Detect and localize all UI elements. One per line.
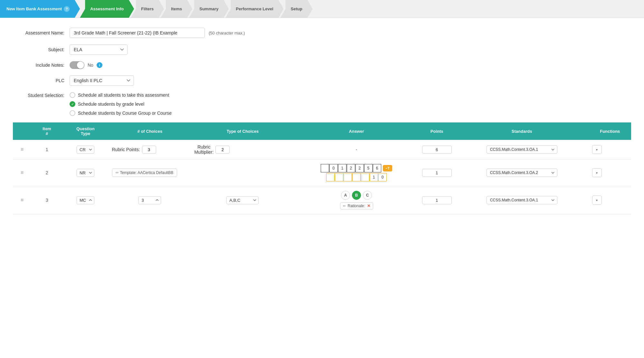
assessment-name-row: Assessment Name: (50 character max.) — [13, 28, 631, 38]
pencil-icon-2: ✏ — [116, 170, 119, 175]
template-btn-2[interactable]: ✏ Template: AACertica DefaultBB — [112, 169, 177, 177]
student-selection-label: Student Selection: — [13, 92, 64, 98]
rationale-label-3: Rationale: — [348, 204, 365, 208]
plc-label: PLC — [13, 78, 64, 83]
num-choices-cell-3: 3 4 5 — [109, 186, 191, 214]
drag-handle-cell-2: ≡ — [13, 160, 32, 186]
type-choices-select-3[interactable]: A,B,C A,B,C,D — [226, 196, 259, 204]
mc-circle-B[interactable]: B — [352, 191, 361, 200]
nav-item-setup[interactable]: Setup — [280, 0, 313, 18]
nav-label-filters: Filters — [141, 6, 154, 11]
nav-item-summary[interactable]: Summary — [189, 0, 229, 18]
student-selection-options: Schedule all students to take this asses… — [70, 92, 172, 116]
expand-btn-1[interactable]: ▾ — [592, 145, 602, 154]
subject-select[interactable]: ELA Math Science — [70, 44, 128, 55]
answer-dash-1: - — [356, 147, 357, 152]
item-number-1: 1 — [46, 147, 48, 152]
standards-select-1[interactable]: CCSS.Math.Content.3.OA.1 — [487, 145, 557, 154]
nr-bot-5: 1 — [370, 173, 378, 181]
points-box-3: 1 — [422, 196, 452, 204]
col-functions: Functions — [589, 122, 631, 140]
nr-top-1: 0 — [329, 164, 338, 172]
nr-t-btn[interactable]: −T — [383, 165, 392, 171]
toggle-state-label: No — [88, 63, 93, 68]
subject-label: Subject: — [13, 47, 64, 52]
pencil-icon-3: ✏ — [343, 204, 346, 208]
nr-answer-grid-2: 0 1 2 2 5 6 −T — [297, 164, 415, 181]
drag-handle-icon-2[interactable]: ≡ — [21, 170, 24, 175]
radio-option-grade[interactable]: ✓ Schedule students by grade level — [70, 101, 172, 107]
assessment-name-label: Assessment Name: — [13, 30, 64, 35]
info-icon[interactable]: i — [97, 62, 102, 68]
nav-label-summary: Summary — [199, 6, 218, 11]
mc-circle-C[interactable]: C — [363, 191, 372, 200]
nav-label-items: Items — [171, 6, 182, 11]
question-type-select-1[interactable]: CR NR MC — [77, 146, 94, 154]
include-notes-toggle[interactable] — [70, 61, 84, 69]
radio-circle-grade: ✓ — [70, 101, 75, 107]
rubric-multiplier-input-1[interactable] — [215, 146, 230, 154]
nr-top-3: 2 — [347, 164, 355, 172]
col-points: Points — [419, 122, 455, 140]
nav-item-assessment-info[interactable]: Assessment Info — [80, 0, 134, 18]
subject-row: Subject: ELA Math Science — [13, 44, 631, 55]
assessment-name-input[interactable] — [70, 28, 205, 38]
type-choices-cell-2 — [191, 160, 294, 186]
nav-item-items[interactable]: Items — [161, 0, 192, 18]
navigation-bar: New Item Bank Assessment ? Assessment In… — [0, 0, 644, 18]
rationale-x-3[interactable]: ✕ — [367, 204, 370, 208]
items-table: Item# QuestionType # of Choices Type of … — [13, 122, 631, 214]
standards-select-3[interactable]: CCSS.Math.Content.3.OA.1 — [487, 196, 557, 204]
standards-select-2[interactable]: CCSS.Math.Content.3.OA.2 — [487, 169, 557, 177]
rubric-points-input-1[interactable] — [142, 146, 156, 154]
num-choices-cell-1: Rubric Points: — [109, 140, 191, 160]
drag-handle-cell: ≡ — [13, 140, 32, 160]
radio-label-all: Schedule all students to take this asses… — [78, 92, 169, 98]
table-body: ≡ 1 CR NR MC Rubric Points: — [13, 140, 631, 214]
nav-item-filters[interactable]: Filters — [131, 0, 164, 18]
nr-bot-2 — [344, 173, 352, 181]
radio-circle-all — [70, 92, 75, 98]
radio-option-course[interactable]: Schedule students by Course Group or Cou… — [70, 110, 172, 116]
rubric-multiplier-row-1: RubricMultiplier: — [194, 144, 291, 155]
table-header: Item# QuestionType # of Choices Type of … — [13, 122, 631, 140]
nr-top-2: 1 — [338, 164, 346, 172]
question-type-cell-1: CR NR MC — [62, 140, 109, 160]
type-choices-cell-1: RubricMultiplier: — [191, 140, 294, 160]
nav-item-new-item-bank[interactable]: New Item Bank Assessment ? — [0, 0, 80, 18]
toggle-knob — [77, 62, 84, 69]
drag-handle-icon[interactable]: ≡ — [21, 147, 24, 152]
help-icon[interactable]: ? — [64, 6, 70, 12]
question-type-select-3[interactable]: MC CR NR — [77, 196, 94, 204]
expand-btn-2[interactable]: ▾ — [592, 168, 602, 177]
radio-label-course: Schedule students by Course Group or Cou… — [78, 111, 172, 116]
col-type-choices: Type of Choices — [191, 122, 294, 140]
nr-top-4: 2 — [355, 164, 364, 172]
expand-btn-3[interactable]: ▾ — [592, 196, 602, 205]
question-type-select-2[interactable]: NR CR MC — [77, 169, 94, 177]
col-answer: Answer — [294, 122, 419, 140]
student-selection-row: Student Selection: Schedule all students… — [13, 92, 631, 116]
item-num-cell-2: 2 — [32, 160, 62, 186]
template-label-2: Template: AACertica DefaultBB — [120, 170, 174, 175]
drag-handle-icon-3[interactable]: ≡ — [21, 197, 24, 203]
nav-item-performance-level[interactable]: Performance Level — [225, 0, 283, 18]
nr-top-5: 5 — [364, 164, 373, 172]
functions-cell-3: ▾ — [589, 186, 631, 214]
plc-select[interactable]: English II PLC Math PLC — [70, 75, 134, 86]
table-row: ≡ 2 NR CR MC ✏ Template: AACertica Defau… — [13, 160, 631, 186]
nr-bot-1 — [335, 173, 343, 181]
radio-option-all[interactable]: Schedule all students to take this asses… — [70, 92, 172, 98]
mc-circle-A[interactable]: A — [341, 191, 350, 200]
item-number-3: 3 — [46, 198, 48, 203]
col-item-num: Item# — [32, 122, 62, 140]
standards-cell-1: CCSS.Math.Content.3.OA.1 — [455, 140, 589, 160]
table-row: ≡ 1 CR NR MC Rubric Points: — [13, 140, 631, 160]
nav-label-setup: Setup — [291, 6, 302, 11]
include-notes-row: Include Notes: No i — [13, 61, 631, 69]
points-cell-1: 6 — [419, 140, 455, 160]
num-choices-select-3[interactable]: 3 4 5 — [138, 196, 161, 204]
nr-bot-4 — [361, 173, 369, 181]
points-box-2: 1 — [422, 169, 452, 177]
item-num-cell-3: 3 — [32, 186, 62, 214]
